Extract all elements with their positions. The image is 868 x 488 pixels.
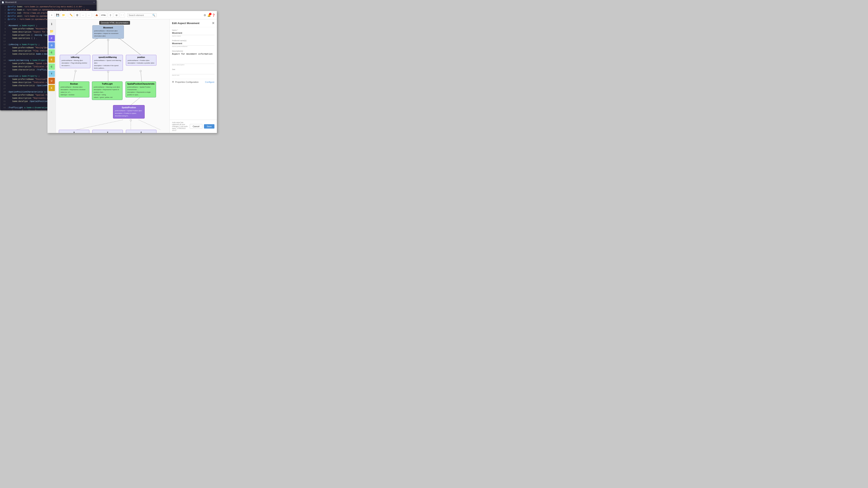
field-name-input[interactable] bbox=[172, 32, 214, 34]
node-movement-row2: description = Aspect for movement inform… bbox=[94, 32, 122, 37]
field-name-meta: bamm:name bbox=[172, 35, 214, 37]
field-description-meta: bamm:description bbox=[172, 64, 214, 66]
field-description-group: Description(s) Aspect for movement infor… bbox=[172, 50, 214, 66]
search-input[interactable] bbox=[129, 14, 152, 17]
properties-config-section[interactable]: ⚙ Properties Configuration Configure bbox=[172, 79, 214, 85]
svg-point-15 bbox=[140, 70, 142, 72]
node-spatialposchar-row2: description = Represents a single positi… bbox=[127, 91, 154, 96]
svg-line-5 bbox=[141, 71, 142, 82]
json-button[interactable]: {} bbox=[108, 12, 113, 18]
field-description-label: Description(s) bbox=[172, 50, 214, 52]
node-ismoving-row1: preferredName = Moving @en bbox=[62, 59, 89, 62]
node-spatialposchar-title: SpatialPositionCharacteristic bbox=[127, 83, 154, 85]
sidebar-item-U[interactable]: U bbox=[49, 78, 55, 84]
field-preferred-name-value bbox=[172, 42, 214, 45]
node-boolean-row3: dataType = boolean bbox=[61, 94, 88, 96]
notifications-button[interactable]: 🔔 4 bbox=[207, 13, 211, 17]
help-button[interactable]: ❓ bbox=[212, 13, 215, 17]
node-trafficlight-row2: description = Represents if speed of pos… bbox=[94, 88, 121, 94]
node-position[interactable]: position preferredName = Position @en de… bbox=[126, 55, 156, 66]
toolbar-divider bbox=[93, 13, 93, 17]
svg-line-0 bbox=[75, 38, 97, 55]
sidebar-item-P[interactable]: P bbox=[49, 35, 55, 41]
main-content: ℹ 📁 P O C E C T U E Generate HTML docume… bbox=[48, 19, 217, 122]
node-speedlimitwarning-title: speedLimitWarning bbox=[94, 56, 121, 58]
field-preferred-name-input[interactable] bbox=[172, 42, 214, 44]
field-name-value bbox=[172, 32, 214, 35]
search-box: 🔍 bbox=[127, 13, 157, 17]
svg-point-17 bbox=[130, 120, 131, 121]
tooltip-html-documentation: Generate HTML documentation bbox=[99, 21, 130, 25]
auto-save-text: Auto-save has captured all your changes … bbox=[172, 122, 188, 122]
open-button[interactable]: 📁 bbox=[61, 12, 66, 18]
editor-close[interactable]: ✕ bbox=[93, 1, 95, 3]
node-speedlimitwarning[interactable]: speedLimitWarning preferredName = Speed … bbox=[92, 55, 123, 71]
save-button[interactable]: 💾 bbox=[55, 12, 60, 18]
node-movement-row1: preferredName = Movement @en bbox=[94, 30, 122, 32]
edit-button[interactable]: ✏️ bbox=[69, 12, 74, 18]
sidebar-item-T[interactable]: T bbox=[49, 71, 55, 77]
node-ismoving-row2: description = Flag indicating whether th… bbox=[62, 62, 89, 67]
node-trafficlight[interactable]: TrafficLight preferredName = Warning Lev… bbox=[92, 82, 123, 100]
sidebar: ℹ 📁 P O C E C T U E bbox=[48, 19, 56, 122]
relation-button[interactable]: ⬦ bbox=[86, 12, 92, 18]
configure-link[interactable]: Configure bbox=[205, 81, 214, 83]
node-trafficlight-title: TrafficLight bbox=[94, 83, 121, 85]
node-ismoving[interactable]: isMoving preferredName = Moving @en desc… bbox=[60, 55, 90, 68]
node-movement[interactable]: Movement preferredName = Movement @en de… bbox=[92, 25, 124, 39]
panel-footer: Auto-save has captured all your changes … bbox=[169, 120, 217, 122]
panel-close-button[interactable]: ✕ bbox=[212, 21, 214, 25]
node-trafficlight-row4: values = green, yellow, red bbox=[94, 96, 121, 99]
node-spatialpos[interactable]: SpatialPosition preferredName = Spatial … bbox=[113, 105, 145, 119]
node-boolean-row2: description = Represents a boolean value… bbox=[61, 88, 88, 94]
export-button[interactable]: 📤 bbox=[94, 12, 99, 18]
field-see-input[interactable] bbox=[172, 71, 214, 73]
svg-line-7 bbox=[76, 120, 123, 122]
sidebar-item-C[interactable]: C bbox=[49, 49, 55, 56]
node-position-row1: preferredName = Position @en bbox=[128, 59, 155, 62]
node-movement-title: Movement bbox=[94, 27, 122, 29]
sidebar-item-info[interactable]: ℹ bbox=[49, 21, 55, 27]
node-spatialposchar[interactable]: SpatialPositionCharacteristic preferredN… bbox=[125, 82, 156, 97]
field-description-value: Aspect for movement information bbox=[172, 53, 214, 64]
node-trafficlight-row1: preferredName = Warning Level @en bbox=[94, 86, 121, 88]
format2-button[interactable]: ⋮⋮ bbox=[120, 12, 125, 18]
field-preferred-name-group: Preferred name(s) bamm:preferredName bbox=[172, 40, 214, 47]
delete-button[interactable]: 🗑 bbox=[74, 12, 80, 18]
properties-icon: ⚙ bbox=[172, 80, 174, 83]
sidebar-item-E[interactable]: E bbox=[49, 56, 55, 63]
settings-button[interactable]: ⚙ bbox=[204, 13, 206, 17]
field-see-value bbox=[172, 71, 214, 74]
node-spatialpos-title: SpatialPosition bbox=[115, 106, 143, 109]
edit-panel: Edit Aspect Movement ✕ Name * bamm:name … bbox=[169, 19, 217, 122]
editor-icon: 📄 bbox=[2, 1, 4, 3]
add-button[interactable]: + bbox=[49, 12, 54, 18]
field-preferred-name-meta: bamm:preferredName bbox=[172, 45, 214, 47]
toolbar: + 💾 📁 ✏️ 🗑 ↔ ⬦ 📤 HTML {} ▤ ⋮⋮ 🔍 ⚙ 🔔 4 ❓ bbox=[48, 11, 217, 19]
field-name-label: Name * bbox=[172, 29, 214, 31]
field-description-input[interactable]: Aspect for movement information bbox=[172, 53, 214, 63]
html-button[interactable]: HTML bbox=[100, 12, 107, 18]
main-diagram-window: + 💾 📁 ✏️ 🗑 ↔ ⬦ 📤 HTML {} ▤ ⋮⋮ 🔍 ⚙ 🔔 4 ❓ bbox=[48, 11, 217, 122]
sidebar-item-C2[interactable]: C bbox=[49, 64, 55, 70]
properties-config-label: Properties Configuration bbox=[175, 81, 199, 83]
svg-line-2 bbox=[119, 38, 141, 55]
node-trafficlight-row3: dataType = string bbox=[94, 94, 121, 96]
node-spatialposchar-row1: preferredName = Spatial Position Charact… bbox=[127, 86, 154, 91]
panel-body: Name * bamm:name Preferred name(s) bamm:… bbox=[169, 27, 217, 120]
field-see-meta: bamm:see bbox=[172, 74, 214, 76]
sidebar-item-O[interactable]: O bbox=[49, 42, 55, 48]
connect-button[interactable]: ↔ bbox=[81, 12, 86, 18]
notification-badge: 4 bbox=[209, 13, 212, 15]
node-boolean[interactable]: Boolean preferredName = Boolean @en desc… bbox=[59, 82, 89, 97]
svg-line-6 bbox=[131, 96, 142, 105]
format1-button[interactable]: ▤ bbox=[114, 12, 119, 18]
sidebar-item-E2[interactable]: E bbox=[49, 85, 55, 91]
node-boolean-title: Boolean bbox=[61, 83, 88, 85]
toolbar-right: ⚙ 🔔 4 ❓ bbox=[204, 13, 215, 17]
field-see-group: See bamm:see bbox=[172, 68, 214, 76]
node-speedlimitwarning-row1: preferredName = Speed Limit Warning @en bbox=[94, 59, 121, 64]
sidebar-item-folder[interactable]: 📁 bbox=[49, 28, 55, 34]
diagram-canvas[interactable]: Generate HTML documentation bbox=[56, 19, 169, 122]
node-spatialpos-row1: preferredName = Spatial Position @en bbox=[115, 109, 143, 112]
